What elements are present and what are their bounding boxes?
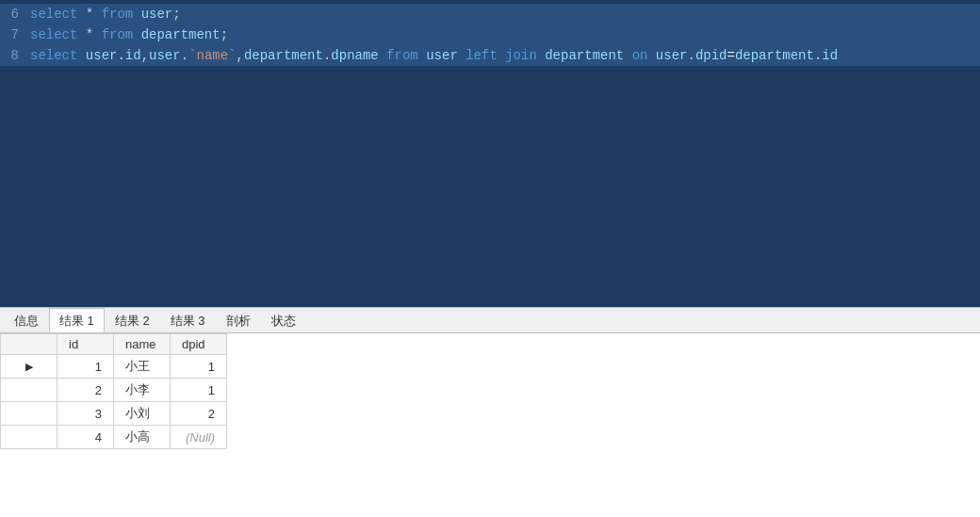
token-tb: dpid (695, 48, 727, 63)
tab-结果-3[interactable]: 结果 3 (160, 310, 216, 332)
token-kw: select (30, 7, 77, 22)
token-plain (647, 48, 655, 63)
cell-id: 4 (57, 426, 114, 449)
tab-状态[interactable]: 状态 (261, 310, 306, 332)
token-tb: user (141, 7, 173, 22)
token-op: = (727, 48, 734, 63)
cell-dpid: 2 (171, 402, 227, 426)
cell-id: 3 (57, 402, 114, 426)
cell-name: 小刘 (114, 402, 171, 426)
token-tb: user (149, 48, 181, 63)
line-number: 7 (0, 24, 30, 45)
table-row[interactable]: 4小高(Null) (1, 426, 227, 449)
table-header-id: id (57, 334, 114, 355)
token-plain: * (77, 7, 101, 22)
tab-信息[interactable]: 信息 (4, 310, 49, 332)
cell-dpid: 1 (171, 379, 227, 402)
cell-id: 2 (57, 379, 114, 402)
results-area: idnamedpid▶1小王12小李13小刘24小高(Null) (0, 333, 980, 517)
row-indicator (1, 379, 57, 402)
cell-name: 小王 (114, 355, 171, 379)
token-kw: select (30, 48, 77, 63)
token-tb: department (735, 48, 814, 63)
token-punc: . (687, 48, 694, 63)
cell-name: 小李 (114, 379, 171, 402)
line-number: 6 (0, 4, 30, 24)
tabs-bar: 信息结果 1结果 2结果 3剖析状态 (0, 307, 980, 333)
code-line-8: 8select user.id,user.`name`,department.d… (0, 45, 980, 66)
token-plain: * (77, 27, 101, 42)
token-kw: on (632, 48, 648, 63)
line-content: select * from department; (30, 24, 980, 45)
token-kw: join (505, 48, 537, 63)
row-indicator (1, 426, 57, 449)
table-row[interactable]: ▶1小王1 (1, 355, 227, 379)
token-punc: . (181, 48, 188, 63)
token-kw: select (30, 27, 77, 42)
token-tb: user (656, 48, 688, 63)
tab-结果-2[interactable]: 结果 2 (105, 310, 160, 332)
cell-id: 1 (57, 355, 114, 379)
cell-name: 小高 (114, 426, 171, 449)
table-header-name: name (114, 334, 171, 355)
token-tb: user (86, 48, 118, 63)
token-plain (537, 48, 545, 63)
token-tb: department (545, 48, 624, 63)
token-tb: dpname (331, 48, 378, 63)
token-tb: department (244, 48, 323, 63)
row-indicator (1, 402, 57, 426)
token-punc: ; (220, 27, 228, 42)
row-indicator: ▶ (1, 355, 57, 379)
token-bt: `name` (188, 48, 236, 63)
token-plain (133, 7, 140, 22)
token-kw: from (102, 7, 134, 22)
token-plain (133, 27, 140, 42)
token-tb: id (125, 48, 141, 63)
token-kw: from (386, 48, 418, 63)
code-editor[interactable]: 6select * from user;7select * from depar… (0, 0, 980, 307)
cell-dpid: (Null) (171, 426, 227, 449)
table-row[interactable]: 2小李1 (1, 379, 227, 402)
token-kw: left (466, 48, 498, 63)
token-kw: from (102, 27, 134, 42)
results-table: idnamedpid▶1小王12小李13小刘24小高(Null) (0, 333, 227, 449)
token-plain (458, 48, 466, 63)
token-punc: , (237, 48, 244, 63)
cell-dpid: 1 (171, 355, 227, 379)
line-number: 8 (0, 45, 30, 66)
token-punc: ; (172, 7, 180, 22)
token-punc: , (141, 48, 149, 63)
token-tb: department (141, 27, 220, 42)
token-punc: . (117, 48, 124, 63)
token-plain (624, 48, 631, 63)
token-plain (77, 48, 85, 63)
token-tb: id (822, 48, 838, 63)
token-plain (379, 48, 386, 63)
table-row[interactable]: 3小刘2 (1, 402, 227, 426)
code-line-6: 6select * from user; (0, 4, 980, 24)
token-plain (418, 48, 426, 63)
code-line-7: 7select * from department; (0, 24, 980, 45)
tab-剖析[interactable]: 剖析 (216, 310, 261, 332)
table-header-indicator (1, 334, 57, 355)
line-content: select * from user; (30, 4, 980, 24)
table-header-dpid: dpid (171, 334, 227, 355)
tab-结果-1[interactable]: 结果 1 (49, 308, 105, 332)
line-content: select user.id,user.`name`,department.dp… (30, 45, 980, 66)
token-plain (498, 48, 505, 63)
token-tb: user (426, 48, 458, 63)
